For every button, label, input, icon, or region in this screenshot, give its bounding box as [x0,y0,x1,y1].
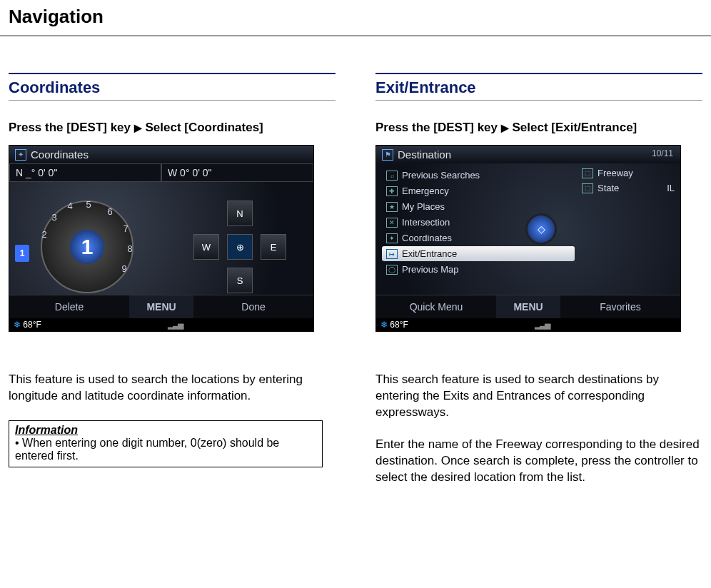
item-my-places[interactable]: ★My Places [382,199,575,214]
item-label: My Places [402,201,445,212]
item-previous-map[interactable]: ◯Previous Map [382,262,575,277]
row-freeway[interactable]: ⬚Freeway [582,168,675,178]
softkey-menu[interactable]: MENU [496,295,560,318]
dial-9[interactable]: 9 [118,263,131,274]
shot-title: Destination [398,148,451,161]
item-emergency[interactable]: ✚Emergency [382,183,575,198]
softkey-menu[interactable]: MENU [129,295,193,318]
search-icon: ⌕ [386,171,398,181]
direction-pad: N S W E ⊕ [193,201,286,293]
controller-knob[interactable]: ◇ [525,213,557,245]
map-icon: ◯ [386,265,398,275]
dest-right-panel: ⬚Freeway ⬚StateIL [575,168,675,290]
target-icon: ✦ [15,149,26,161]
dial-2[interactable]: 2 [38,229,51,240]
col-exit-entrance: Exit/Entrance Press the [DEST] key ▶ Sel… [375,73,702,486]
target-icon: ✦ [386,233,398,243]
row-label: State [597,183,619,193]
columns: Coordinates Press the [DEST] key ▶ Selec… [0,73,711,486]
row-state[interactable]: ⬚StateIL [582,183,675,193]
row-value: IL [667,183,675,193]
desc-exit-2: Enter the name of the Freeway correspond… [375,437,702,486]
heading-coordinates: Coordinates [9,73,336,101]
dial-6[interactable]: 6 [104,206,116,217]
step-pre: Press the [DEST] key [375,121,501,134]
state-icon: ⬚ [582,183,593,193]
info-heading: Information [15,424,316,437]
emergency-icon: ✚ [386,186,398,196]
item-label: Coordinates [402,233,452,243]
softkey-bar: Quick Menu MENU Favorites [376,295,680,318]
triangle-icon: ▶ [501,122,509,133]
status-bar: ❄ 68°F ▂▃▅ [376,318,680,331]
temperature: ❄ 68°F [380,320,408,330]
item-label: Emergency [402,186,449,196]
dpad-n[interactable]: N [227,201,253,226]
screenshot-destination: ⚑ Destination 10/11 ⌕Previous Searches ✚… [375,145,681,332]
dpad-w[interactable]: W [193,234,219,260]
status-bar: ❄ 68°F ▂▃▅ [9,318,313,331]
item-label: Previous Searches [402,170,480,181]
info-box: Information • When entering one digit nu… [9,420,323,467]
step-exit-entrance: Press the [DEST] key ▶ Select [Exit/Entr… [375,121,702,135]
step-post: Select [Exit/Entrance] [509,121,637,134]
dial-3[interactable]: 3 [48,212,61,223]
desc-exit-1: This search feature is used to search de… [375,372,702,421]
col-coordinates: Coordinates Press the [DEST] key ▶ Selec… [9,73,336,486]
softkey-favorites[interactable]: Favorites [560,295,680,318]
shot-title-bar: ⚑ Destination 10/11 [376,146,680,163]
dial-8[interactable]: 8 [123,243,136,254]
flag-icon: ⚑ [382,149,393,161]
temp-value: 68°F [23,320,41,330]
page-count: 10/11 [652,148,673,158]
heading-exit-entrance: Exit/Entrance [375,73,702,101]
dial-4[interactable]: 4 [64,201,76,211]
dpad-s[interactable]: S [227,268,253,293]
number-dial[interactable]: 1 5 6 7 8 9 4 3 2 [41,201,133,293]
item-previous-searches[interactable]: ⌕Previous Searches [382,168,575,183]
page-rule [0,35,711,37]
dpad-e[interactable]: E [261,234,286,260]
star-icon: ★ [386,202,398,212]
item-label: Intersection [402,217,450,228]
softkey-delete[interactable]: Delete [9,295,129,318]
info-body: • When entering one digit number, 0(zero… [15,437,316,462]
dpad-center[interactable]: ⊕ [227,234,253,260]
digit-badge: 1 [15,245,29,262]
dest-body: ⌕Previous Searches ✚Emergency ★My Places… [376,163,680,295]
step-pre: Press the [DEST] key [9,121,134,134]
row-label: Freeway [597,168,633,178]
coord-body: 1 1 5 6 7 8 9 4 3 2 N S W E ⊕ [9,182,313,295]
page-title: Navigation [0,0,711,35]
lon-field[interactable]: W 0° 0' 0" [161,163,313,182]
softkey-quick-menu[interactable]: Quick Menu [376,295,496,318]
softkey-bar: Delete MENU Done [9,295,313,318]
dial-7[interactable]: 7 [119,223,132,234]
triangle-icon: ▶ [134,122,142,133]
shot-title-bar: ✦ Coordinates [9,146,313,163]
freeway-icon: ⬚ [582,168,593,178]
step-post: Select [Coordinates] [142,121,263,134]
step-coordinates: Press the [DEST] key ▶ Select [Coordinat… [9,121,336,135]
temperature: ❄ 68°F [14,320,41,330]
exit-icon: ↦ [386,249,398,259]
softkey-done[interactable]: Done [193,295,313,318]
item-label: Previous Map [402,264,458,275]
shot-title: Coordinates [31,148,89,161]
signal-icon: ▂▃▅ [168,320,183,330]
dial-center[interactable]: 1 [70,230,104,264]
item-label: Exit/Entrance [402,248,457,259]
intersection-icon: ✕ [386,218,398,228]
item-exit-entrance[interactable]: ↦Exit/Entrance [382,246,575,261]
desc-coordinates: This feature is used to search the locat… [9,372,336,405]
dial-5[interactable]: 5 [82,199,95,210]
temp-value: 68°F [390,320,408,330]
coord-fields: N _° 0' 0" W 0° 0' 0" [9,163,313,182]
lat-field[interactable]: N _° 0' 0" [9,163,161,182]
screenshot-coordinates: ✦ Coordinates N _° 0' 0" W 0° 0' 0" 1 1 … [9,145,314,332]
signal-icon: ▂▃▅ [535,320,550,330]
